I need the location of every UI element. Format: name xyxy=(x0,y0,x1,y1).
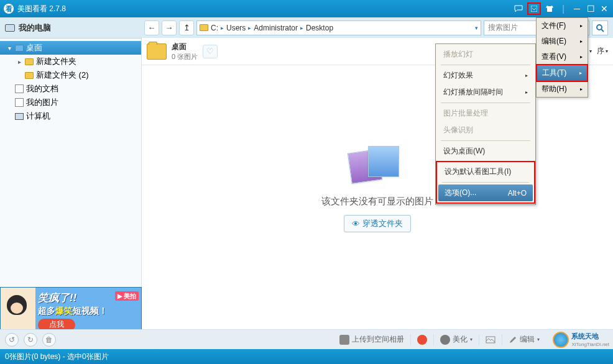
watermark-logo: 系统天地XiTongTianDi.net xyxy=(553,332,609,348)
edit-button[interactable]: 编辑▾ xyxy=(509,334,540,345)
submenu-batch[interactable]: 图片批量处理 xyxy=(437,105,534,122)
tree-label: 新建文件夹 (2) xyxy=(36,70,89,81)
menu-view[interactable]: 查看(V)▸ xyxy=(537,49,588,65)
globe-icon xyxy=(553,332,569,348)
svg-rect-0 xyxy=(531,6,537,12)
gallery-icon[interactable] xyxy=(486,335,495,345)
submenu-slide-effect[interactable]: 幻灯效果▸ xyxy=(437,67,534,84)
path-seg3[interactable]: Desktop xyxy=(306,24,333,32)
submenu-options[interactable]: 选项(O)... Alt+O xyxy=(438,184,533,201)
tree-label: 新建文件夹 xyxy=(36,56,76,67)
tree-label: 计算机 xyxy=(26,111,50,122)
path-breadcrumb[interactable]: C:▸ Users▸ Administrator▸ Desktop ▾ xyxy=(196,20,481,35)
path-seg1[interactable]: Users xyxy=(226,24,246,32)
path-dropdown-icon[interactable]: ▾ xyxy=(475,25,478,31)
menu-help[interactable]: 帮助(H)▸ xyxy=(537,81,588,97)
titlebar-skin-icon[interactable] xyxy=(545,4,555,14)
sidebar: ▾ 桌面 ▸ 新建文件夹 新建文件夹 (2) 我的文档 我的图片 计算机 xyxy=(0,39,142,345)
shortcut-label: Alt+O xyxy=(508,189,527,198)
folder-icon xyxy=(200,24,208,31)
show-all-label: 穿透文件夹 xyxy=(362,218,403,229)
weibo-icon xyxy=(417,335,427,345)
submenu-default-viewer[interactable]: 设为默认看图工具(I) xyxy=(438,163,533,180)
computer-icon xyxy=(15,113,24,120)
search-button[interactable] xyxy=(592,20,608,35)
tree-item-mydocs[interactable]: 我的文档 xyxy=(0,82,141,96)
tree-item-computer[interactable]: 计算机 xyxy=(0,109,141,123)
folder-icon xyxy=(25,72,34,79)
desktop-icon xyxy=(15,45,24,52)
sort-button[interactable]: 序 ▾ xyxy=(597,46,608,57)
tree-label: 我的图片 xyxy=(26,97,58,108)
menu-tools[interactable]: 工具(T)▸ xyxy=(536,64,588,82)
bottom-toolbar: ↺ ↻ 🗑 上传到空间相册 美化▾ 编辑▾ 系统天地XiTongTianDi.n… xyxy=(0,329,613,349)
folder-name: 桌面 xyxy=(172,42,198,52)
submenu-avatar[interactable]: 头像识别 xyxy=(437,122,534,139)
pictures-icon xyxy=(15,98,24,107)
status-text: 0张图片(0 bytes) - 选中0张图片 xyxy=(5,352,109,362)
menu-edit[interactable]: 编辑(E)▸ xyxy=(537,34,588,49)
tree-item-desktop[interactable]: ▾ 桌面 xyxy=(0,41,141,55)
ad-line2a: 超多 xyxy=(38,306,55,316)
document-icon xyxy=(15,84,24,93)
app-logo-icon: 看 xyxy=(4,4,14,14)
folder-large-icon xyxy=(147,43,167,60)
submenu-play-slideshow[interactable]: 播放幻灯 xyxy=(437,46,534,63)
show-all-files-button[interactable]: 👁 穿透文件夹 xyxy=(344,215,411,232)
ad-line2c: 短视频！ xyxy=(73,306,108,316)
delete-button[interactable]: 🗑 xyxy=(42,333,56,347)
beautify-button[interactable]: 美化▾ xyxy=(440,334,472,345)
collapse-icon[interactable]: ▾ xyxy=(6,45,12,52)
sort-label: 序 xyxy=(597,46,604,57)
minimize-button[interactable]: ─ xyxy=(572,4,582,14)
rotate-ccw-button[interactable]: ↺ xyxy=(5,333,19,347)
maximize-button[interactable]: ☐ xyxy=(586,4,596,14)
svg-point-1 xyxy=(597,25,602,30)
tree-item-mypics[interactable]: 我的图片 xyxy=(0,96,141,109)
expand-icon[interactable]: ▸ xyxy=(16,58,22,65)
ad-tag: ▶美拍 xyxy=(115,291,139,301)
path-seg2[interactable]: Administrator xyxy=(254,24,298,32)
titlebar-menu-icon[interactable] xyxy=(527,2,541,15)
submenu-wallpaper[interactable]: 设为桌面(W) xyxy=(437,143,534,160)
submenu-slide-interval[interactable]: 幻灯播放间隔时间▸ xyxy=(437,84,534,101)
empty-state-icon xyxy=(349,146,405,189)
weibo-button[interactable] xyxy=(417,335,427,345)
tools-submenu: 播放幻灯 幻灯效果▸ 幻灯播放间隔时间▸ 图片批量处理 头像识别 设为桌面(W)… xyxy=(435,43,536,205)
svg-line-2 xyxy=(601,29,604,32)
tree-item-newfolder2[interactable]: 新建文件夹 (2) xyxy=(0,68,141,82)
window-title: 美图看看 2.7.8 xyxy=(17,4,514,14)
titlebar-sep: | xyxy=(558,4,568,14)
eye-icon: 👁 xyxy=(352,219,360,229)
titlebar-chat-icon[interactable] xyxy=(514,4,523,14)
xiu-icon xyxy=(440,335,450,345)
nav-forward-button[interactable]: → xyxy=(162,20,177,35)
search-placeholder: 搜索图片 xyxy=(488,22,518,33)
computer-icon xyxy=(5,24,15,32)
tree-label: 桌面 xyxy=(26,42,42,53)
folder-icon xyxy=(25,58,34,65)
sidebar-header-label: 我的电脑 xyxy=(19,22,51,34)
ad-line2b: 爆笑 xyxy=(55,306,73,316)
tree-label: 我的文档 xyxy=(26,83,58,94)
favorite-button[interactable]: ♡ xyxy=(203,45,218,58)
upload-icon xyxy=(339,335,349,345)
menu-file[interactable]: 文件(F)▸ xyxy=(537,18,588,34)
folder-count: 0 张图片 xyxy=(172,52,198,61)
upload-button[interactable]: 上传到空间相册 xyxy=(339,334,404,345)
empty-state-text: 该文件夹没有可显示的图片 xyxy=(321,196,433,207)
status-bar: 0张图片(0 bytes) - 选中0张图片 xyxy=(0,349,613,364)
main-dropdown-menu: 文件(F)▸ 编辑(E)▸ 查看(V)▸ 工具(T)▸ 帮助(H)▸ xyxy=(536,17,588,98)
rotate-cw-button[interactable]: ↻ xyxy=(24,333,37,347)
nav-back-button[interactable]: ← xyxy=(144,20,159,35)
nav-up-button[interactable]: ↥ xyxy=(179,20,194,35)
path-drive[interactable]: C: xyxy=(211,24,218,32)
close-button[interactable]: ✕ xyxy=(599,4,609,14)
tree-item-newfolder[interactable]: ▸ 新建文件夹 xyxy=(0,55,141,68)
